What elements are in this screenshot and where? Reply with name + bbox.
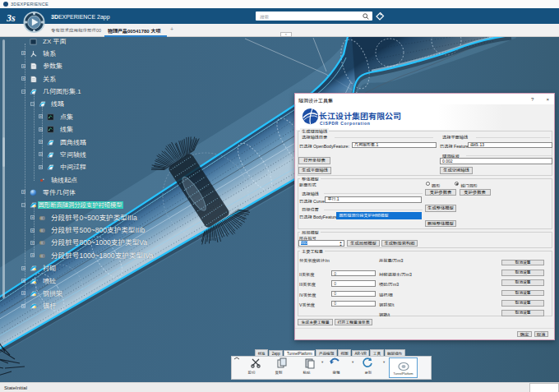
svg-text:3s: 3s	[7, 12, 16, 24]
svg-text:▾: ▾	[383, 360, 386, 364]
svg-text:▾: ▾	[321, 360, 324, 364]
svg-text:▾: ▾	[352, 360, 354, 364]
